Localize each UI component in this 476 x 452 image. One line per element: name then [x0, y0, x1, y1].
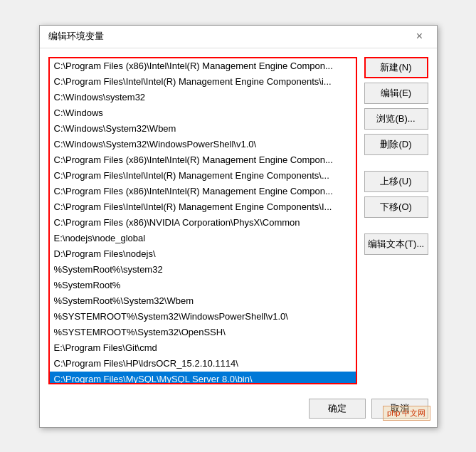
dialog-footer: 确定 取消: [40, 393, 437, 427]
ok-button[interactable]: 确定: [309, 399, 366, 419]
action-buttons: 新建(N) 编辑(E) 浏览(B)... 删除(D) 上移(U) 下移(O) 编…: [364, 57, 428, 384]
list-item[interactable]: %SYSTEMROOT%\System32\WindowsPowerShell\…: [50, 309, 356, 325]
edit-button[interactable]: 编辑(E): [364, 83, 428, 104]
list-item[interactable]: C:\Windows\system32: [50, 90, 356, 105]
list-item[interactable]: %SystemRoot%: [50, 278, 356, 293]
list-item[interactable]: %SystemRoot%\system32: [50, 262, 356, 278]
list-item[interactable]: C:\Windows: [50, 105, 356, 121]
title-bar: 编辑环境变量 ×: [40, 26, 437, 48]
list-item[interactable]: C:\Program Files\Intel\Intel(R) Manageme…: [50, 74, 356, 90]
list-item[interactable]: C:\Program Files\HP\ldrsOCR_15.2.10.1114…: [50, 356, 356, 372]
list-item[interactable]: C:\Program Files\MySQL\MySQL Server 8.0\…: [50, 372, 356, 384]
list-item[interactable]: E:\nodejs\node_global: [50, 231, 356, 246]
list-item[interactable]: C:\Windows\System32\WindowsPowerShell\v1…: [50, 137, 356, 152]
dialog-content: C:\Program Files (x86)\Intel\Intel(R) Ma…: [40, 48, 437, 393]
edit-env-dialog: 编辑环境变量 × C:\Program Files (x86)\Intel\In…: [39, 25, 438, 428]
watermark: php 中文网: [383, 406, 430, 421]
close-button[interactable]: ×: [411, 28, 428, 45]
list-item[interactable]: C:\Program Files\Intel\Intel(R) Manageme…: [50, 168, 356, 184]
env-list-container[interactable]: C:\Program Files (x86)\Intel\Intel(R) Ma…: [48, 57, 357, 384]
list-item[interactable]: D:\Program Files\nodejs\: [50, 246, 356, 262]
list-item[interactable]: C:\Program Files (x86)\Intel\Intel(R) Ma…: [50, 184, 356, 199]
list-item[interactable]: C:\Windows\System32\Wbem: [50, 121, 356, 137]
list-item[interactable]: C:\Program Files (x86)\Intel\Intel(R) Ma…: [50, 152, 356, 168]
list-item[interactable]: C:\Program Files\Intel\Intel(R) Manageme…: [50, 199, 356, 215]
list-item[interactable]: E:\Program Files\Git\cmd: [50, 340, 356, 356]
move-down-button[interactable]: 下移(O): [364, 196, 428, 218]
move-up-button[interactable]: 上移(U): [364, 171, 428, 192]
list-item[interactable]: %SYSTEMROOT%\System32\OpenSSH\: [50, 325, 356, 340]
delete-button[interactable]: 删除(D): [364, 134, 428, 155]
new-button[interactable]: 新建(N): [364, 57, 428, 78]
list-item[interactable]: C:\Program Files (x86)\NVIDIA Corporatio…: [50, 215, 356, 231]
browse-button[interactable]: 浏览(B)...: [364, 108, 428, 130]
dialog-title: 编辑环境变量: [48, 30, 104, 43]
list-item[interactable]: %SystemRoot%\System32\Wbem: [50, 293, 356, 309]
edit-text-button[interactable]: 编辑文本(T)...: [364, 233, 428, 255]
list-item[interactable]: C:\Program Files (x86)\Intel\Intel(R) Ma…: [50, 58, 356, 74]
